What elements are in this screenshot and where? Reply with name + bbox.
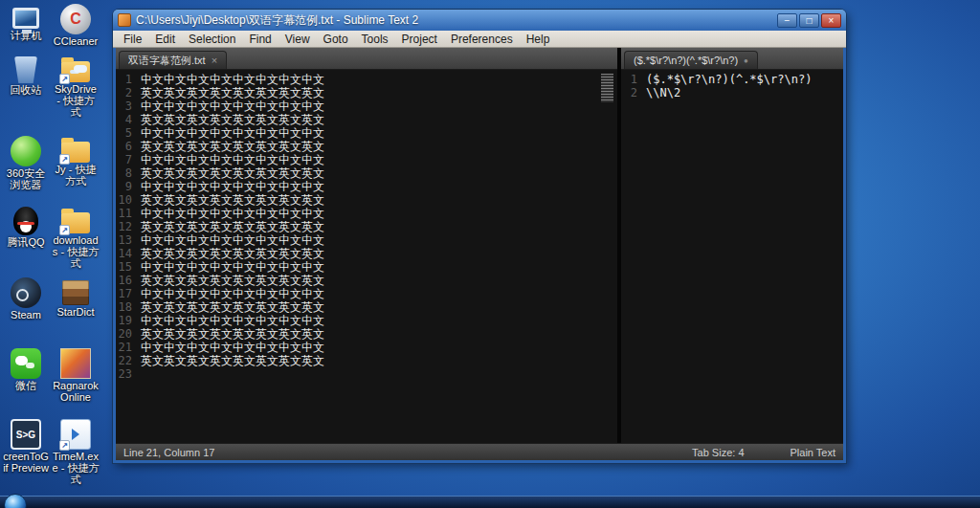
close-button[interactable]: × (821, 13, 841, 28)
line-text: 英文英文英文英文英文英文英文英文 (141, 247, 324, 260)
menu-file[interactable]: File (117, 33, 148, 46)
code-line[interactable]: 10英文英文英文英文英文英文英文英文 (116, 193, 617, 207)
line-number: 17 (116, 287, 141, 300)
stardict-icon (62, 280, 89, 305)
code-line[interactable]: 13中文中文中文中文中文中文中文中文 (116, 233, 617, 247)
statusbar: Line 21, Column 17 Tab Size: 4 Plain Tex… (116, 443, 843, 460)
desktop-icon-folder[interactable]: ↗downloads - 快捷方式 (52, 205, 100, 269)
code-line[interactable]: 1中文中文中文中文中文中文中文中文 (116, 73, 617, 86)
line-number: 3 (116, 99, 141, 113)
code-line[interactable]: 23 (116, 367, 617, 381)
desktop-icon-qq[interactable]: 腾讯QQ (2, 205, 50, 248)
code-line[interactable]: 1($.*$\r?\n?)(^.*$\r?\n?) (621, 73, 843, 86)
code-line[interactable]: 5中文中文中文中文中文中文中文中文 (116, 126, 617, 140)
menu-selection[interactable]: Selection (182, 33, 242, 46)
code-line[interactable]: 2\\N\2 (621, 86, 843, 99)
code-line[interactable]: 7中文中文中文中文中文中文中文中文 (116, 153, 617, 166)
desktop-icon-label: CCleaner (52, 35, 100, 47)
shortcut-arrow-icon: ↗ (59, 225, 70, 235)
code-line[interactable]: 15中文中文中文中文中文中文中文中文 (116, 260, 617, 274)
tab-file[interactable]: 双语字幕范例.txt × (119, 51, 227, 69)
desktop-icon-folder[interactable]: ↗Jy - 快捷方式 (52, 134, 100, 187)
line-number: 21 (116, 341, 141, 354)
syntax-indicator[interactable]: Plain Text (791, 447, 836, 458)
line-number: 23 (116, 367, 141, 381)
maximize-button[interactable]: □ (799, 13, 819, 28)
code-line[interactable]: 17中文中文中文中文中文中文中文中文 (116, 287, 617, 300)
menu-goto[interactable]: Goto (317, 33, 355, 46)
timem-icon: ↗ (60, 419, 91, 450)
browser360-icon (11, 136, 41, 166)
desktop-icon-label: Ragnarok Online (52, 380, 100, 403)
desktop-icon-ragnarok[interactable]: Ragnarok Online (52, 346, 100, 403)
line-text: 中文中文中文中文中文中文中文中文 (141, 260, 324, 274)
desktop-icon-browser360[interactable]: 360安全浏览器 (2, 134, 50, 190)
window-title: C:\Users\Jiyi\Desktop\双语字幕范例.txt - Subli… (136, 12, 777, 29)
recycle-icon (14, 56, 37, 83)
line-text: 英文英文英文英文英文英文英文英文 (141, 193, 324, 207)
code-line[interactable]: 12英文英文英文英文英文英文英文英文 (116, 220, 617, 233)
desktop-icon-steam[interactable]: Steam (2, 276, 50, 320)
line-text: 英文英文英文英文英文英文英文英文 (141, 86, 324, 99)
sublime-window: C:\Users\Jiyi\Desktop\双语字幕范例.txt - Subli… (113, 10, 846, 463)
shortcut-arrow-icon: ↗ (59, 440, 70, 451)
minimize-button[interactable]: − (777, 13, 797, 28)
wechat-icon (11, 348, 41, 379)
line-number: 1 (621, 73, 646, 86)
titlebar[interactable]: C:\Users\Jiyi\Desktop\双语字幕范例.txt - Subli… (113, 10, 846, 31)
code-line[interactable]: 22英文英文英文英文英文英文英文英文 (116, 354, 617, 367)
code-line[interactable]: 11中文中文中文中文中文中文中文中文 (116, 207, 617, 220)
code-line[interactable]: 21中文中文中文中文中文中文中文中文 (116, 341, 617, 354)
code-line[interactable]: 8英文英文英文英文英文英文英文英文 (116, 166, 617, 180)
menu-project[interactable]: Project (395, 33, 444, 46)
desktop-icon-wechat[interactable]: 微信 (2, 346, 50, 391)
taskbar[interactable] (0, 496, 980, 508)
menu-preferences[interactable]: Preferences (444, 33, 520, 46)
desktop-icon-folder-cloud[interactable]: ↗SkyDrive - 快捷方式 (52, 54, 100, 118)
desktop-icon-stg[interactable]: S>GcreenToGif Preview (2, 417, 50, 474)
line-text: 英文英文英文英文英文英文英文英文 (141, 274, 324, 287)
code-line[interactable]: 20英文英文英文英文英文英文英文英文 (116, 327, 617, 341)
menu-find[interactable]: Find (242, 33, 278, 46)
start-button[interactable] (4, 494, 27, 508)
code-line[interactable]: 9中文中文中文中文中文中文中文中文 (116, 180, 617, 193)
menu-view[interactable]: View (278, 33, 317, 46)
line-number: 2 (621, 86, 646, 99)
code-line[interactable]: 16英文英文英文英文英文英文英文英文 (116, 274, 617, 287)
right-editor[interactable]: 1($.*$\r?\n?)(^.*$\r?\n?)2\\N\2 (621, 70, 843, 443)
tab-size-indicator[interactable]: Tab Size: 4 (692, 447, 744, 458)
code-line[interactable]: 14英文英文英文英文英文英文英文英文 (116, 247, 617, 260)
menu-tools[interactable]: Tools (355, 33, 395, 46)
ragnarok-icon (60, 348, 91, 379)
line-text: 中文中文中文中文中文中文中文中文 (141, 341, 324, 354)
desktop-icon-recycle[interactable]: 回收站 (2, 54, 50, 96)
desktop-icon-computer[interactable]: 计算机 (2, 2, 50, 41)
line-text: 英文英文英文英文英文英文英文英文 (141, 300, 324, 314)
left-pane: 双语字幕范例.txt × 1中文中文中文中文中文中文中文中文2英文英文英文英文英… (116, 48, 617, 443)
tab-close-icon[interactable]: × (212, 55, 217, 66)
cursor-position: Line 21, Column 17 (123, 447, 214, 458)
menu-edit[interactable]: Edit (148, 33, 182, 46)
code-line[interactable]: 18英文英文英文英文英文英文英文英文 (116, 300, 617, 314)
desktop-icon-label: 腾讯QQ (2, 236, 50, 248)
menu-help[interactable]: Help (520, 33, 557, 46)
line-number: 10 (116, 193, 141, 207)
line-number: 13 (116, 233, 141, 247)
desktop-icon-stardict[interactable]: StarDict (52, 276, 100, 318)
code-line[interactable]: 3中文中文中文中文中文中文中文中文 (116, 99, 617, 113)
desktop-icon-timem[interactable]: ↗TimeM.exe - 快捷方式 (52, 417, 100, 485)
tab-scratch[interactable]: ($.*$\r?\n?)(^.*$\r?\n?) ● (624, 51, 758, 69)
line-text: 中文中文中文中文中文中文中文中文 (141, 126, 324, 140)
left-editor[interactable]: 1中文中文中文中文中文中文中文中文2英文英文英文英文英文英文英文英文3中文中文中… (116, 70, 617, 443)
editor-area: 双语字幕范例.txt × 1中文中文中文中文中文中文中文中文2英文英文英文英文英… (116, 48, 843, 443)
shortcut-arrow-icon: ↗ (59, 154, 70, 165)
shortcut-arrow-icon: ↗ (59, 74, 70, 84)
desktop-icon-ccleaner[interactable]: CCCleaner (52, 2, 100, 47)
minimap[interactable] (599, 73, 615, 428)
line-text: 英文英文英文英文英文英文英文英文 (141, 113, 324, 126)
code-line[interactable]: 6英文英文英文英文英文英文英文英文 (116, 140, 617, 153)
desktop-icon-label: Jy - 快捷方式 (52, 164, 100, 187)
code-line[interactable]: 4英文英文英文英文英文英文英文英文 (116, 113, 617, 126)
code-line[interactable]: 2英文英文英文英文英文英文英文英文 (116, 86, 617, 99)
code-line[interactable]: 19中文中文中文中文中文中文中文中文 (116, 314, 617, 327)
